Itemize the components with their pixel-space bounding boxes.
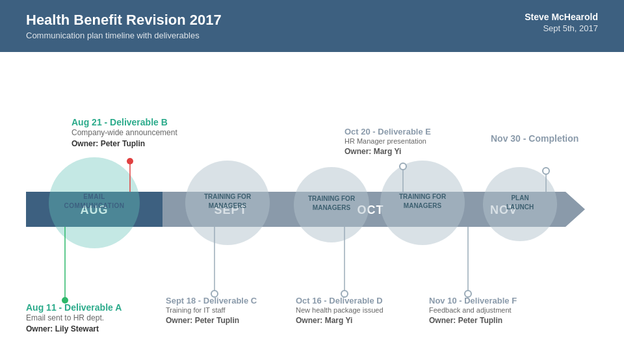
del-d-sub: New health package issued xyxy=(296,306,384,314)
svg-point-12 xyxy=(483,167,557,241)
svg-text:LAUNCH: LAUNCH xyxy=(506,203,534,211)
svg-point-24 xyxy=(127,158,133,164)
del-d-title: Oct 16 - Deliverable D xyxy=(296,296,384,306)
svg-point-10 xyxy=(294,167,369,242)
header: Health Benefit Revision 2017 Communicati… xyxy=(0,0,624,52)
deliverable-e: Oct 20 - Deliverable E HR Manager presen… xyxy=(344,127,431,156)
svg-point-28 xyxy=(543,168,549,174)
svg-point-11 xyxy=(380,161,465,245)
del-d-owner: Owner: Marg Yi xyxy=(296,316,384,325)
deliverable-a: Aug 11 - Deliverable A Email sent to HR … xyxy=(26,302,122,333)
del-e-owner: Owner: Marg Yi xyxy=(344,147,431,156)
svg-text:OCT: OCT xyxy=(358,203,384,216)
del-c-sub: Training for IT staff xyxy=(166,306,257,314)
svg-text:EMAIL: EMAIL xyxy=(83,193,105,200)
del-a-title: Aug 11 - Deliverable A xyxy=(26,302,122,313)
del-f-sub: Feedback and adjustment xyxy=(429,306,517,314)
deliverable-d: Oct 16 - Deliverable D New health packag… xyxy=(296,296,384,325)
header-right: Steve McHearold Sept 5th, 2017 xyxy=(525,12,598,33)
svg-rect-2 xyxy=(299,192,442,227)
del-f-owner: Owner: Peter Tuplin xyxy=(429,316,517,325)
header-left: Health Benefit Revision 2017 Communicati… xyxy=(26,12,222,40)
svg-point-9 xyxy=(185,161,270,245)
svg-text:TRAINING FOR: TRAINING FOR xyxy=(399,193,447,200)
del-e-title: Oct 20 - Deliverable E xyxy=(344,127,431,136)
svg-text:AUG: AUG xyxy=(81,203,109,216)
svg-marker-3 xyxy=(442,192,585,227)
svg-point-26 xyxy=(400,163,406,170)
del-b-sub: Company-wide announcement xyxy=(72,128,177,137)
del-b-title: Aug 21 - Deliverable B xyxy=(72,117,177,127)
deliverable-completion: Nov 30 - Completion xyxy=(491,133,578,144)
main-content: AUG SEPT OCT NOV EMAIL COMMUNICATION TRA… xyxy=(0,52,624,364)
svg-text:MANAGERS: MANAGERS xyxy=(404,202,442,209)
deliverable-b: Aug 21 - Deliverable B Company-wide anno… xyxy=(72,117,177,148)
del-f-title: Nov 10 - Deliverable F xyxy=(429,296,517,306)
deliverable-c: Sept 18 - Deliverable C Training for IT … xyxy=(166,296,257,325)
svg-text:MANAGERS: MANAGERS xyxy=(209,202,247,209)
svg-point-8 xyxy=(49,157,140,248)
svg-text:SEPT: SEPT xyxy=(214,203,247,216)
page-title: Health Benefit Revision 2017 xyxy=(26,12,222,29)
page-subtitle: Communication plan timeline with deliver… xyxy=(26,31,222,40)
svg-text:MANAGERS: MANAGERS xyxy=(313,204,351,211)
del-b-owner: Owner: Peter Tuplin xyxy=(72,139,177,148)
svg-text:PLAN: PLAN xyxy=(511,194,528,202)
svg-text:NOV: NOV xyxy=(490,203,517,216)
del-a-owner: Owner: Lily Stewart xyxy=(26,324,122,333)
del-completion-title: Nov 30 - Completion xyxy=(491,133,578,144)
del-a-sub: Email sent to HR dept. xyxy=(26,313,122,322)
svg-rect-0 xyxy=(26,192,162,227)
author-date: Sept 5th, 2017 xyxy=(525,23,598,33)
deliverable-f: Nov 10 - Deliverable F Feedback and adju… xyxy=(429,296,517,325)
del-e-sub: HR Manager presentation xyxy=(344,137,431,145)
author-name: Steve McHearold xyxy=(525,12,598,22)
svg-text:COMMUNICATION: COMMUNICATION xyxy=(64,202,125,209)
svg-text:TRAINING FOR: TRAINING FOR xyxy=(308,195,356,202)
del-c-title: Sept 18 - Deliverable C xyxy=(166,296,257,306)
del-c-owner: Owner: Peter Tuplin xyxy=(166,316,257,325)
svg-rect-1 xyxy=(162,192,299,227)
svg-text:TRAINING FOR: TRAINING FOR xyxy=(204,193,252,200)
